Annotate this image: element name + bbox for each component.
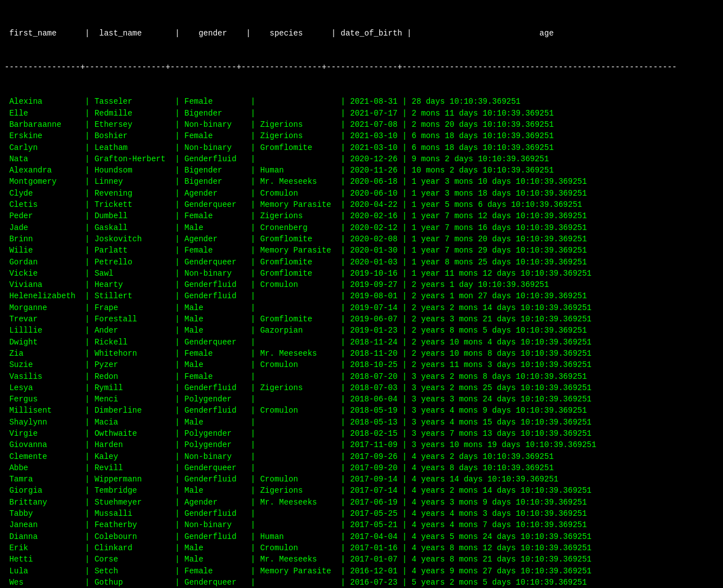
- table-row: Cletis | Trickett | Genderqueer | Memory…: [5, 199, 718, 210]
- table-row: Millisent | Dimberline | Genderfluid | C…: [5, 405, 718, 416]
- table-row: Dwight | Rickell | Genderqueer | | 2018-…: [5, 337, 718, 348]
- table-separator: ----------------+-----------------+-----…: [5, 61, 718, 73]
- table-row: Jade | Gaskall | Male | Cronenberg | 202…: [5, 222, 718, 233]
- table-row: Tabby | Mussalli | Genderfluid | | 2017-…: [5, 508, 718, 519]
- table-row: Janean | Featherby | Non-binary | | 2017…: [5, 519, 718, 530]
- table-row: Elle | Redmille | Bigender | | 2021-07-1…: [5, 108, 718, 119]
- table-row: Erskine | Boshier | Female | Zigerions |…: [5, 130, 718, 142]
- table-row: Trevar | Forestall | Male | Gromflomite …: [5, 313, 718, 325]
- table-row: Carlyn | Leatham | Non-binary | Gromflom…: [5, 142, 718, 153]
- table-row: Tamra | Wippermann | Genderfluid | Cromu…: [5, 474, 718, 485]
- table-row: Erik | Clinkard | Male | Cromulon | 2017…: [5, 542, 718, 554]
- table-row: Morganne | Frape | Male | | 2019-07-14 |…: [5, 302, 718, 313]
- table-row: Zia | Whitehorn | Female | Mr. Meeseeks …: [5, 348, 718, 359]
- table-row: Vasilis | Redon | Female | | 2018-07-20 …: [5, 371, 718, 382]
- table-header: first_name | last_name | gender | specie…: [5, 28, 718, 39]
- table-row: Gordan | Petrello | Genderqueer | Gromfl…: [5, 257, 718, 268]
- table-row: Clemente | Kaley | Non-binary | | 2017-0…: [5, 451, 718, 462]
- table-row: Wes | Gothup | Genderqueer | | 2016-07-2…: [5, 577, 718, 588]
- table-row: Nata | Grafton-Herbert | Genderfluid | |…: [5, 153, 718, 165]
- table-row: Abbe | Revill | Genderqueer | | 2017-09-…: [5, 462, 718, 474]
- table-row: Alexina | Tasseler | Female | | 2021-08-…: [5, 96, 718, 107]
- table-row: Shaylynn | Macia | Male | | 2018-05-13 |…: [5, 417, 718, 428]
- table-row: Lesya | Rymill | Genderfluid | Zigerions…: [5, 382, 718, 394]
- table-row: Barbaraanne | Ethersey | Non-binary | Zi…: [5, 119, 718, 130]
- table-row: Lula | Setch | Female | Memory Parasite …: [5, 565, 718, 577]
- table-row: Vickie | Sawl | Non-binary | Gromflomite…: [5, 268, 718, 279]
- table-row: Giovanna | Harden | Polygender | | 2017-…: [5, 439, 718, 450]
- table-row: Helenelizabeth | Stillert | Genderfluid …: [5, 290, 718, 302]
- table-row: Peder | Dumbell | Female | Zigerions | 2…: [5, 210, 718, 222]
- table-row: Brittany | Stuehmeyer | Agender | Mr. Me…: [5, 497, 718, 508]
- table-row: Brinn | Joskovitch | Agender | Gromflomi…: [5, 233, 718, 245]
- terminal-output: first_name | last_name | gender | specie…: [5, 5, 718, 588]
- table-row: Dianna | Colebourn | Genderfluid | Human…: [5, 531, 718, 542]
- table-row: Alexandra | Houndsom | Bigender | Human …: [5, 165, 718, 176]
- table-row: Viviana | Hearty | Genderfluid | Cromulo…: [5, 279, 718, 290]
- table-row: Wilie | Parlatt | Female | Memory Parasi…: [5, 245, 718, 256]
- table-row: Lilllie | Ander | Male | Gazorpian | 201…: [5, 325, 718, 336]
- table-row: Clyde | Revening | Agender | Cromulon | …: [5, 188, 718, 199]
- table-row: Hetti | Corse | Male | Mr. Meeseeks | 20…: [5, 554, 718, 565]
- table-row: Virgie | Owthwaite | Polygender | | 2018…: [5, 428, 718, 439]
- table-row: Montgomery | Linney | Bigender | Mr. Mee…: [5, 176, 718, 187]
- table-row: Suzie | Pyzer | Male | Cromulon | 2018-1…: [5, 359, 718, 370]
- table-row: Giorgia | Tembridge | Male | Zigerions |…: [5, 485, 718, 496]
- table-row: Fergus | Menci | Polygender | | 2018-06-…: [5, 394, 718, 405]
